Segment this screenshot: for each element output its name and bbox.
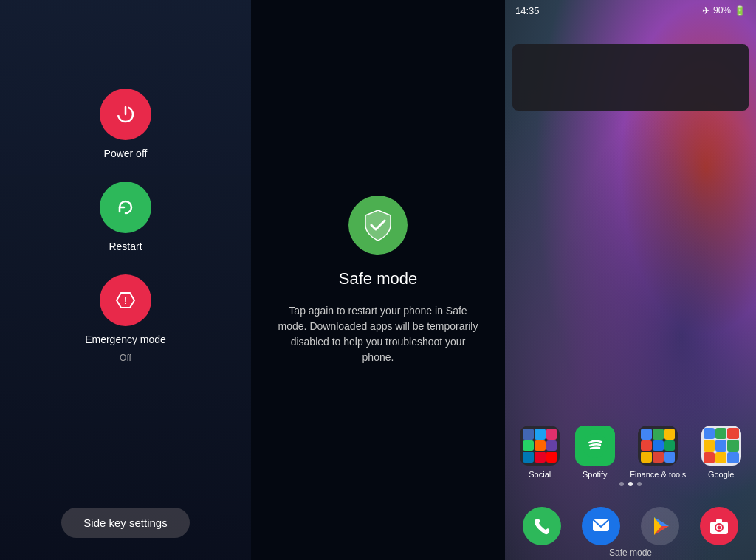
- finance-tools-app[interactable]: Finance & tools: [630, 426, 686, 479]
- safe-mode-icon: [348, 196, 408, 255]
- emergency-icon: !: [100, 274, 151, 326]
- restart-label: Restart: [109, 241, 142, 252]
- bottom-dock: [505, 507, 756, 545]
- svg-text:!: !: [124, 294, 128, 306]
- phone-screen: 14:35 ✈ 90% 🔋: [505, 0, 756, 560]
- social-app[interactable]: Social: [520, 426, 560, 479]
- spotify-app[interactable]: Spotify: [575, 426, 615, 479]
- svg-rect-12: [716, 519, 722, 522]
- dot-1: [619, 482, 624, 486]
- notification-bar: [512, 44, 749, 111]
- airplane-icon: ✈: [702, 5, 710, 16]
- google-app[interactable]: Google: [701, 426, 741, 479]
- app-grid: Social Spotify: [505, 426, 756, 479]
- phone-dock-button[interactable]: [523, 507, 561, 545]
- emergency-sublabel: Off: [120, 353, 131, 363]
- finance-icon: [638, 426, 678, 466]
- dot-2: [628, 482, 633, 486]
- left-panel: Power off Restart ! Emergency mode Off: [0, 0, 251, 560]
- side-key-settings-button[interactable]: Side key settings: [61, 508, 189, 538]
- power-off-button[interactable]: Power off: [100, 89, 151, 159]
- google-icon: [701, 426, 741, 466]
- spotify-label: Spotify: [583, 470, 608, 479]
- power-off-icon: [100, 89, 151, 140]
- camera-dock-button[interactable]: [700, 507, 738, 545]
- messages-dock-button[interactable]: [582, 507, 620, 545]
- page-dots: [505, 482, 756, 486]
- battery-text: 90%: [713, 5, 731, 15]
- social-label: Social: [529, 470, 551, 479]
- svg-point-3: [583, 433, 608, 458]
- status-bar: 14:35 ✈ 90% 🔋: [505, 0, 756, 21]
- svg-point-11: [718, 526, 721, 530]
- status-icons: ✈ 90% 🔋: [702, 5, 746, 16]
- power-off-label: Power off: [104, 148, 148, 159]
- restart-button[interactable]: Restart: [100, 182, 151, 252]
- restart-icon: [100, 182, 151, 233]
- safe-mode-title: Safe mode: [339, 269, 417, 288]
- google-label: Google: [708, 470, 734, 479]
- social-icon: [520, 426, 560, 466]
- status-time: 14:35: [515, 5, 540, 16]
- spotify-icon: [575, 426, 615, 466]
- safe-mode-bottom-bar: Safe mode: [505, 545, 756, 560]
- safe-mode-bottom-label: Safe mode: [609, 547, 652, 558]
- emergency-mode-button[interactable]: ! Emergency mode Off: [85, 274, 166, 363]
- power-buttons: Power off Restart ! Emergency mode Off: [85, 89, 166, 363]
- play-store-dock-button[interactable]: [641, 507, 679, 545]
- dot-3: [637, 482, 642, 486]
- middle-panel: Safe mode Tap again to restart your phon…: [251, 0, 505, 560]
- emergency-label: Emergency mode: [85, 333, 166, 345]
- battery-icon: 🔋: [734, 5, 746, 16]
- safe-mode-description: Tap again to restart your phone in Safe …: [275, 303, 481, 365]
- finance-tools-label: Finance & tools: [630, 470, 686, 479]
